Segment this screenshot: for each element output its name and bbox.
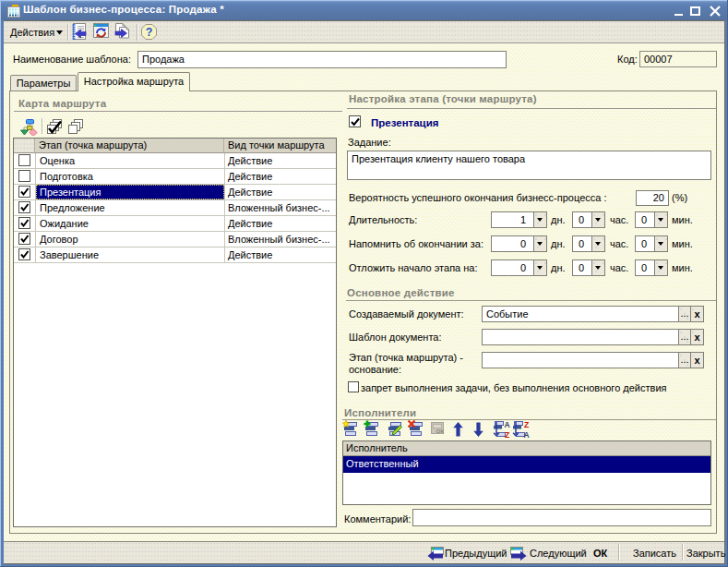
svg-text:Z: Z — [524, 420, 529, 429]
svg-text:A: A — [523, 430, 529, 439]
svg-text:ОК: ОК — [436, 428, 445, 434]
svg-text:Z: Z — [505, 430, 509, 439]
svg-text:A: A — [504, 420, 509, 429]
svg-text:?: ? — [146, 26, 153, 39]
